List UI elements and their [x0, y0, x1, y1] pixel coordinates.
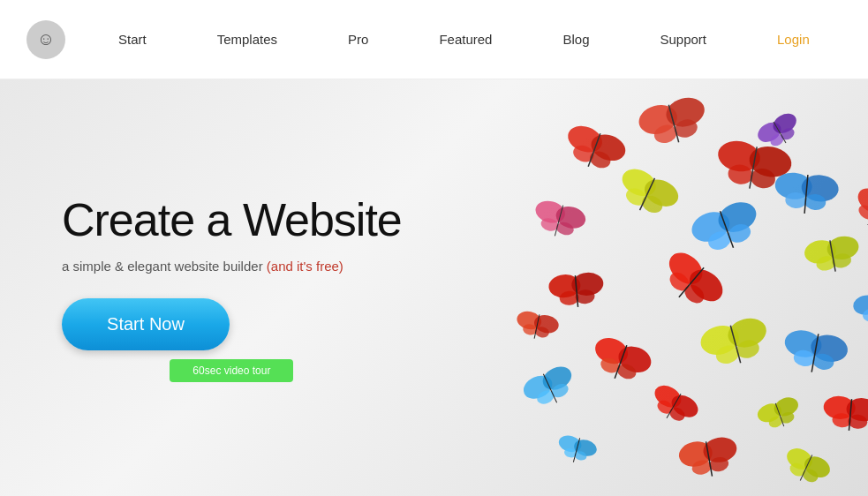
subtitle-text: a simple & elegant website builder — [62, 259, 267, 274]
nav-featured[interactable]: Featured — [404, 32, 527, 47]
butterfly-21 — [780, 445, 834, 491]
butterfly-illustration — [400, 79, 868, 496]
butterfly-7 — [803, 234, 863, 276]
butterfly-4 — [773, 171, 840, 216]
butterfly-1 — [560, 122, 629, 177]
nav-blog[interactable]: Blog — [527, 32, 624, 47]
logo-icon: ☺ — [37, 29, 55, 49]
nav-pro[interactable]: Pro — [313, 32, 404, 47]
butterfly-2 — [636, 94, 712, 151]
butterfly-svg — [400, 79, 868, 496]
video-tour-button[interactable]: 60sec video tour — [170, 359, 293, 382]
header: ☺ Start Templates Pro Featured Blog Supp… — [0, 0, 868, 79]
butterfly-9 — [754, 109, 804, 154]
subtitle-highlight: (and it's free) — [267, 259, 343, 274]
butterfly-6 — [613, 164, 683, 223]
butterfly-24 — [514, 309, 561, 342]
butterfly-22 — [847, 184, 868, 240]
butterfly-14 — [781, 327, 850, 378]
hero-subtitle: a simple & elegant website builder (and … — [62, 259, 402, 274]
nav-start[interactable]: Start — [83, 32, 182, 47]
butterfly-19 — [555, 433, 599, 467]
butterfly-13 — [698, 314, 774, 372]
hero-content: Create a Website a simple & elegant webs… — [62, 193, 402, 382]
nav-support[interactable]: Support — [624, 32, 742, 47]
logo[interactable]: ☺ — [26, 20, 65, 59]
butterfly-5 — [688, 198, 765, 259]
butterfly-17 — [755, 395, 804, 434]
butterfly-12 — [587, 334, 654, 388]
nav-login[interactable]: Login — [742, 32, 845, 47]
butterfly-20 — [677, 435, 741, 482]
butterfly-11 — [547, 271, 605, 309]
butterfly-10 — [654, 246, 728, 318]
start-now-button[interactable]: Start Now — [62, 298, 230, 350]
navigation: Start Templates Pro Featured Blog Suppor… — [83, 32, 845, 47]
hero-title: Create a Website — [62, 193, 402, 246]
butterfly-16 — [646, 381, 702, 431]
butterfly-18 — [822, 395, 868, 432]
butterfly-15 — [520, 363, 580, 414]
nav-templates[interactable]: Templates — [182, 32, 313, 47]
hero-section: Create a Website a simple & elegant webs… — [0, 79, 868, 496]
butterfly-8 — [530, 198, 588, 243]
butterfly-23 — [852, 291, 868, 327]
